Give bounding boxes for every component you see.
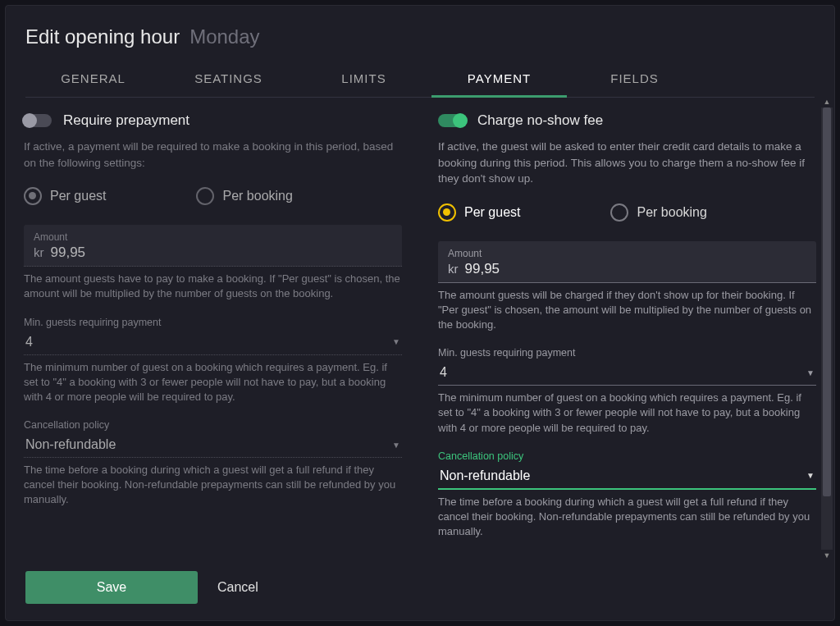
- min-guests-select[interactable]: 4 ▼: [24, 331, 402, 355]
- tab-general[interactable]: GENERAL: [25, 63, 161, 97]
- radio-circle-icon: [438, 203, 456, 222]
- require-prepayment-label: Require prepayment: [63, 112, 189, 129]
- scroll-track[interactable]: [821, 107, 833, 550]
- prepayment-amount-field[interactable]: Amount kr 99,95: [24, 225, 402, 267]
- currency-prefix: kr: [448, 262, 459, 276]
- amount-label: Amount: [448, 248, 806, 259]
- radio-per-guest[interactable]: Per guest: [24, 187, 106, 205]
- amount-label: Amount: [34, 231, 392, 243]
- radio-circle-icon: [610, 203, 628, 222]
- radio-per-guest[interactable]: Per guest: [438, 203, 520, 222]
- min-guests-helper: The minimum number of guest on a booking…: [438, 391, 816, 436]
- scroll-thumb[interactable]: [823, 107, 831, 496]
- radio-per-guest-label: Per guest: [50, 189, 106, 203]
- chevron-down-icon: ▼: [392, 441, 400, 450]
- chevron-down-icon: ▼: [806, 368, 815, 377]
- tab-fields[interactable]: FIELDS: [567, 63, 702, 97]
- min-guests-label: Min. guests requiring payment: [24, 317, 402, 328]
- save-button[interactable]: Save: [25, 571, 198, 604]
- modal-subtitle: Monday: [189, 25, 259, 48]
- amount-helper: The amount guests have to pay to make a …: [24, 272, 402, 301]
- require-prepayment-switch[interactable]: [24, 114, 52, 127]
- cancel-policy-select[interactable]: Non-refundable ▼: [24, 434, 402, 458]
- cancel-policy-helper: The time before a booking during which a…: [24, 463, 402, 508]
- radio-per-booking-label: Per booking: [222, 189, 292, 203]
- amount-value: 99,95: [51, 244, 86, 261]
- radio-circle-icon: [196, 187, 214, 205]
- no-show-description: If active, the guest will be asked to en…: [438, 139, 816, 187]
- radio-circle-icon: [24, 187, 42, 205]
- cancel-policy-helper: The time before a booking during which a…: [438, 495, 816, 540]
- min-guests-value: 4: [25, 335, 33, 350]
- radio-per-booking-label: Per booking: [637, 205, 706, 220]
- chevron-down-icon: ▼: [806, 471, 815, 480]
- no-show-amount-field[interactable]: Amount kr 99,95: [438, 241, 816, 283]
- charge-no-show-label: Charge no-show fee: [477, 112, 603, 129]
- no-show-fee-section: Charge no-show fee If active, the guest …: [420, 98, 834, 558]
- min-guests-label: Min. guests requiring payment: [438, 347, 816, 359]
- prepayment-description: If active, a payment will be required to…: [24, 139, 402, 171]
- cancel-policy-value: Non-refundable: [440, 468, 530, 483]
- modal-header: Edit opening hour Monday GENERAL SEATING…: [6, 6, 834, 98]
- no-show-radio-group: Per guest Per booking: [438, 203, 816, 222]
- cancel-policy-label: Cancellation policy: [24, 419, 402, 431]
- scroll-up-icon[interactable]: ▲: [821, 96, 833, 107]
- edit-opening-hour-modal: Edit opening hour Monday GENERAL SEATING…: [5, 5, 835, 621]
- prepayment-radio-group: Per guest Per booking: [24, 187, 402, 205]
- radio-per-booking[interactable]: Per booking: [196, 187, 292, 205]
- amount-value-row: kr 99,95: [448, 259, 806, 277]
- amount-value-row: kr 99,95: [34, 243, 392, 261]
- tab-seatings[interactable]: SEATINGS: [161, 63, 296, 97]
- tab-limits[interactable]: LIMITS: [296, 63, 431, 97]
- scroll-down-icon[interactable]: ▼: [821, 550, 833, 561]
- min-guests-value: 4: [440, 365, 447, 380]
- radio-per-booking[interactable]: Per booking: [610, 203, 706, 222]
- title-row: Edit opening hour Monday: [25, 25, 815, 48]
- min-guests-select[interactable]: 4 ▼: [438, 362, 816, 386]
- modal-title: Edit opening hour: [25, 25, 180, 48]
- cancel-policy-select[interactable]: Non-refundable ▼: [438, 465, 816, 490]
- amount-value: 99,95: [465, 261, 500, 277]
- charge-no-show-row: Charge no-show fee: [438, 112, 816, 129]
- require-prepayment-row: Require prepayment: [24, 112, 402, 129]
- scrollbar[interactable]: ▲ ▼: [821, 96, 833, 561]
- min-guests-helper: The minimum number of guest on a booking…: [24, 360, 402, 405]
- modal-body: Require prepayment If active, a payment …: [6, 98, 834, 558]
- amount-helper: The amount guests will be charged if the…: [438, 288, 816, 333]
- switch-thumb-icon: [22, 113, 37, 128]
- tab-payment[interactable]: PAYMENT: [431, 63, 567, 97]
- tabs: GENERAL SEATINGS LIMITS PAYMENT FIELDS: [25, 63, 815, 98]
- cancel-button[interactable]: Cancel: [217, 580, 258, 595]
- prepayment-section: Require prepayment If active, a payment …: [6, 98, 420, 558]
- radio-per-guest-label: Per guest: [464, 205, 520, 220]
- cancel-policy-value: Non-refundable: [25, 437, 116, 452]
- cancel-policy-label: Cancellation policy: [438, 450, 816, 462]
- currency-prefix: kr: [34, 245, 44, 259]
- switch-thumb-icon: [453, 113, 468, 128]
- modal-footer: Save Cancel: [6, 558, 834, 620]
- charge-no-show-switch[interactable]: [438, 114, 466, 127]
- chevron-down-icon: ▼: [392, 337, 400, 346]
